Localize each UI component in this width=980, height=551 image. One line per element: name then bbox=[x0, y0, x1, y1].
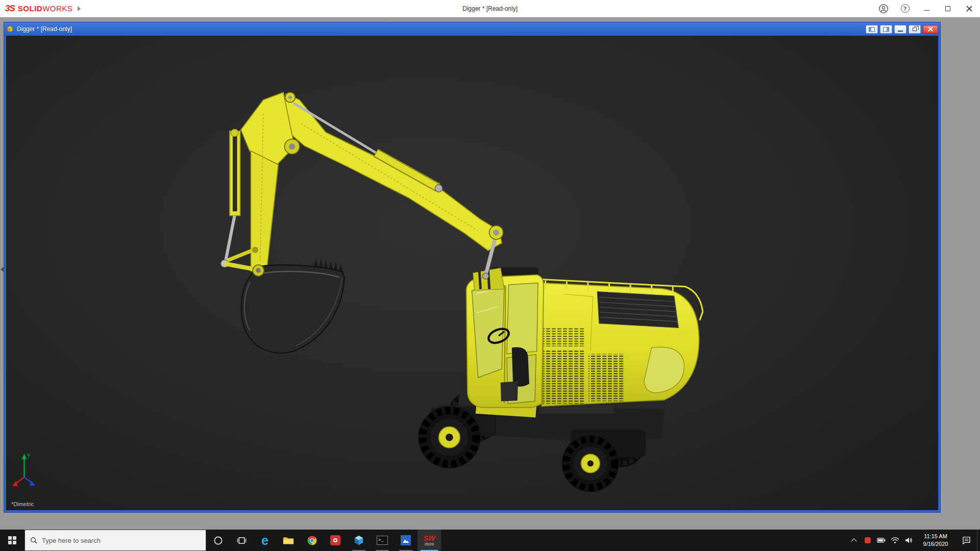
graphics-viewport[interactable]: Y *Dimetric bbox=[6, 36, 938, 510]
ds-3s-logo-icon: 3S bbox=[5, 4, 15, 14]
edge-icon: e bbox=[261, 534, 268, 547]
task-view-icon bbox=[237, 536, 247, 545]
document-titlebar[interactable]: Digger * [Read-only] bbox=[4, 22, 940, 36]
photos-button[interactable] bbox=[394, 530, 418, 551]
doc-restore-button[interactable] bbox=[909, 25, 921, 34]
close-icon bbox=[966, 6, 972, 12]
speaker-icon bbox=[905, 537, 913, 544]
start-button[interactable] bbox=[0, 530, 24, 551]
minimize-icon bbox=[898, 31, 903, 32]
document-window: Digger * [Read-only] bbox=[4, 22, 940, 512]
edrawings-button[interactable] bbox=[347, 530, 371, 551]
pane-left-icon bbox=[869, 27, 875, 32]
file-explorer-icon bbox=[283, 536, 294, 545]
app-window-title: Digger * [Read-only] bbox=[0, 5, 980, 12]
help-icon: ? bbox=[901, 4, 910, 13]
taskbar-clock[interactable]: 11:15 AM 9/16/2020 bbox=[916, 530, 955, 551]
terminal-icon: >_ bbox=[377, 536, 388, 545]
app-titlebar: 3S SOLIDWORKS Digger * [Read-only] ? bbox=[0, 0, 980, 17]
account-button[interactable] bbox=[873, 0, 894, 17]
show-desktop-button[interactable] bbox=[977, 530, 980, 551]
app-red-button[interactable] bbox=[324, 530, 347, 551]
taskbar-search[interactable] bbox=[24, 530, 206, 551]
seat bbox=[512, 347, 529, 387]
solidworks-taskbar-button[interactable]: SW 2020 bbox=[418, 530, 441, 551]
minimize-icon bbox=[924, 10, 929, 11]
chrome-button[interactable] bbox=[300, 530, 324, 551]
maximize-icon bbox=[945, 6, 950, 11]
clock-time: 11:15 AM bbox=[924, 533, 947, 540]
orientation-triad: Y bbox=[12, 453, 35, 486]
chevron-up-icon bbox=[851, 538, 856, 544]
app-close-button[interactable] bbox=[959, 0, 980, 17]
sw-year: 2020 bbox=[424, 542, 435, 546]
app-red-icon bbox=[330, 535, 340, 545]
cortana-button[interactable] bbox=[206, 530, 230, 551]
edrawings-cube-icon bbox=[353, 535, 364, 546]
brand-bold: SOLID bbox=[18, 4, 42, 13]
windows-logo-icon bbox=[8, 536, 16, 544]
show-pane-right-button[interactable] bbox=[880, 25, 892, 34]
wifi-icon bbox=[891, 537, 899, 544]
pane-collapse-arrow-icon[interactable] bbox=[1, 266, 4, 272]
cortana-icon bbox=[213, 536, 223, 545]
excavator-model: Y bbox=[6, 36, 938, 510]
app-minimize-button[interactable] bbox=[916, 0, 937, 17]
battery-button[interactable] bbox=[874, 530, 888, 551]
system-tray: 11:15 AM 9/16/2020 bbox=[847, 530, 980, 551]
solidworks-wordmark: SOLIDWORKS bbox=[18, 4, 73, 13]
solidworks-2020-icon: SW 2020 bbox=[424, 535, 435, 546]
menu-expand-arrow-icon[interactable] bbox=[78, 6, 81, 11]
battery-icon bbox=[877, 538, 886, 543]
volume-button[interactable] bbox=[902, 530, 916, 551]
boom-mount bbox=[473, 268, 504, 290]
edge-button[interactable]: e bbox=[253, 530, 277, 551]
taskbar: e >_ SW 2020 bbox=[0, 530, 980, 551]
action-center-button[interactable] bbox=[955, 530, 977, 551]
sw-mark: SW bbox=[424, 535, 435, 542]
engine-body bbox=[533, 279, 702, 406]
pane-right-icon bbox=[883, 27, 889, 32]
part-document-icon bbox=[6, 26, 14, 33]
chrome-icon bbox=[307, 535, 317, 546]
doc-close-button[interactable] bbox=[923, 25, 938, 34]
search-input[interactable] bbox=[42, 537, 201, 544]
triad-y-label: Y bbox=[27, 453, 31, 459]
close-icon bbox=[928, 27, 933, 32]
solidworks-logo: 3S SOLIDWORKS bbox=[0, 4, 72, 14]
tray-overflow-button[interactable] bbox=[847, 530, 861, 551]
doc-minimize-button[interactable] bbox=[894, 25, 906, 34]
terminal-button[interactable]: >_ bbox=[371, 530, 394, 551]
boom-assembly bbox=[221, 92, 503, 279]
photos-icon bbox=[401, 535, 411, 545]
help-button[interactable]: ? bbox=[894, 0, 916, 17]
show-pane-left-button[interactable] bbox=[866, 25, 878, 34]
tray-app-icon bbox=[865, 537, 871, 543]
screen: { "app_titlebar": { "logo_mark": "3S", "… bbox=[0, 0, 980, 551]
bucket bbox=[241, 259, 345, 353]
document-title: Digger * [Read-only] bbox=[17, 26, 72, 33]
brand-light: WORKS bbox=[42, 4, 72, 13]
task-view-button[interactable] bbox=[230, 530, 253, 551]
view-orientation-label: *Dimetric bbox=[11, 501, 34, 507]
user-avatar-icon bbox=[878, 4, 889, 14]
file-explorer-button[interactable] bbox=[277, 530, 300, 551]
app-window-controls: ? bbox=[873, 0, 980, 17]
restore-icon bbox=[913, 28, 917, 31]
network-button[interactable] bbox=[888, 530, 902, 551]
search-icon bbox=[30, 537, 38, 544]
document-window-controls bbox=[866, 25, 938, 34]
action-center-icon bbox=[962, 536, 971, 544]
clock-date: 9/16/2020 bbox=[923, 540, 948, 548]
tray-app-button[interactable] bbox=[861, 530, 874, 551]
app-maximize-button[interactable] bbox=[937, 0, 959, 17]
